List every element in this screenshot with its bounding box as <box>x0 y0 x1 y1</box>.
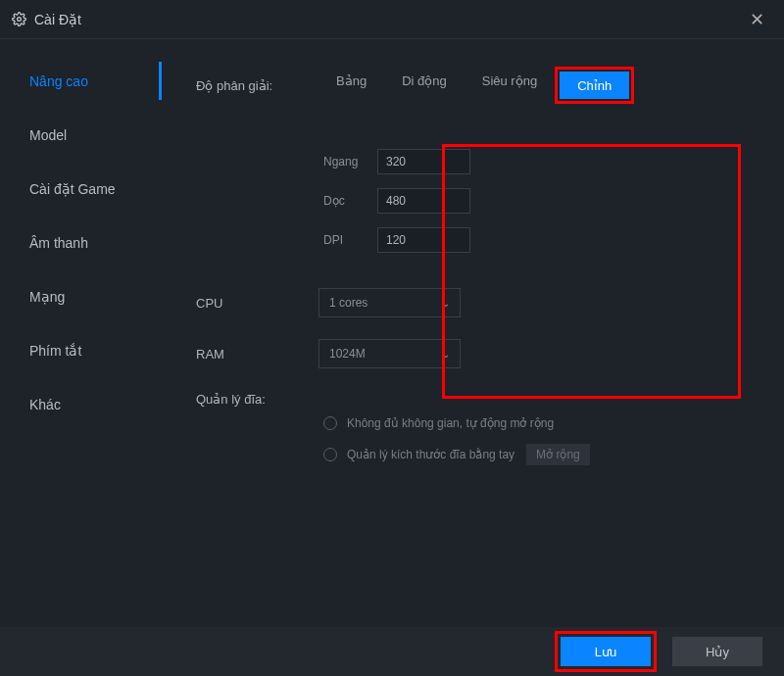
disk-option-manual[interactable]: Quản lý kích thước đĩa bằng tay Mở rộng <box>196 444 755 465</box>
resolution-label: Độ phân giải: <box>196 78 318 93</box>
sidebar-item-shortcuts[interactable]: Phím tắt <box>0 323 162 377</box>
height-input[interactable] <box>377 188 470 214</box>
cpu-label: CPU <box>196 296 318 311</box>
tab-mobile[interactable]: Di động <box>384 67 465 94</box>
sidebar-item-network[interactable]: Mạng <box>0 269 162 323</box>
width-label: Ngang <box>323 155 377 169</box>
gear-icon <box>12 12 26 26</box>
sidebar-item-model[interactable]: Model <box>0 108 162 162</box>
disk-label: Quản lý đĩa: <box>196 392 318 407</box>
height-label: Dọc <box>323 194 377 208</box>
highlight-tab: Chỉnh <box>555 67 634 104</box>
width-input[interactable] <box>377 149 470 174</box>
tab-custom[interactable]: Chỉnh <box>560 72 629 99</box>
titlebar: Cài Đặt ✕ <box>0 0 784 39</box>
sidebar-item-other[interactable]: Khác <box>0 377 162 431</box>
radio-icon <box>323 448 337 461</box>
sidebar-item-advanced[interactable]: Nâng cao <box>0 54 162 108</box>
radio-icon <box>323 416 337 430</box>
tab-ultrawide[interactable]: Siêu rộng <box>465 67 555 94</box>
dpi-label: DPI <box>323 233 377 247</box>
chevron-down-icon: ⌄ <box>442 298 450 309</box>
highlight-save: Lưu <box>555 631 657 672</box>
cpu-select[interactable]: 1 cores ⌄ <box>318 288 461 317</box>
dpi-input[interactable] <box>377 227 470 253</box>
window-title: Cài Đặt <box>34 12 81 27</box>
ram-select[interactable]: 1024M ⌄ <box>318 339 461 368</box>
sidebar-item-game-settings[interactable]: Cài đặt Game <box>0 162 162 216</box>
sidebar: Nâng cao Model Cài đặt Game Âm thanh Mạn… <box>0 39 162 627</box>
chevron-down-icon: ⌄ <box>442 349 450 360</box>
tab-tablet[interactable]: Bảng <box>318 67 384 94</box>
save-button[interactable]: Lưu <box>561 637 651 666</box>
disk-option-auto[interactable]: Không đủ không gian, tự động mở rộng <box>196 416 755 430</box>
close-icon[interactable]: ✕ <box>742 5 772 34</box>
resolution-tabs: Bảng Di động Siêu rộng Chỉnh <box>318 67 634 104</box>
footer: Lưu Hủy <box>0 627 784 676</box>
svg-point-0 <box>18 18 22 22</box>
sidebar-item-sound[interactable]: Âm thanh <box>0 216 162 269</box>
main-panel: Độ phân giải: Bảng Di động Siêu rộng Chỉ… <box>162 39 784 627</box>
ram-label: RAM <box>196 347 318 362</box>
cancel-button[interactable]: Hủy <box>672 637 762 666</box>
extend-button[interactable]: Mở rộng <box>526 444 590 465</box>
